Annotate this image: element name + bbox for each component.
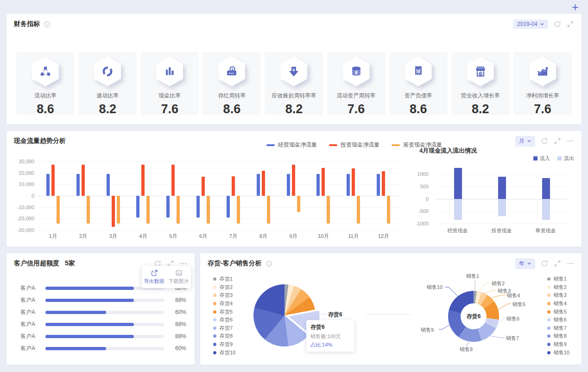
legend-item[interactable]: 销售5 [547, 308, 569, 316]
bar [202, 177, 205, 196]
metric-card[interactable]: ¥流动资产周转率7.6 [327, 52, 386, 115]
metric-card[interactable]: 净利润增长率7.6 [513, 52, 572, 115]
credit-row[interactable]: 客户A88% [6, 294, 195, 306]
legend-item[interactable]: 存货4 [213, 300, 235, 308]
bar-slot [297, 161, 300, 230]
metric-card[interactable]: ¥应收账款周转率率8.2 [265, 52, 323, 115]
legend-item[interactable]: 存货9 [213, 340, 235, 349]
legend-item[interactable]: 流出 [557, 155, 574, 162]
percent-value: 88% [169, 297, 186, 303]
metric-label: 流动比率 [16, 92, 75, 100]
legend-item[interactable]: 销售4 [547, 300, 569, 308]
refresh-icon[interactable] [554, 20, 561, 28]
bar-group[interactable] [248, 161, 278, 230]
download-image-button[interactable]: 下载图片 [166, 266, 191, 288]
legend-item[interactable]: 存货3 [213, 291, 235, 300]
bar-group[interactable] [368, 161, 398, 230]
legend-label: 存货6 [220, 316, 233, 323]
more-icon[interactable] [567, 137, 574, 145]
inout-bar-chart[interactable] [436, 174, 568, 224]
metric-label: 现金比率 [140, 92, 199, 100]
legend-item[interactable]: 存货7 [213, 324, 235, 333]
bar-fill [45, 335, 134, 338]
refresh-icon[interactable] [541, 137, 548, 145]
bar-slot [316, 161, 320, 230]
bar-slot [352, 161, 355, 230]
info-icon[interactable] [44, 21, 51, 28]
bar [117, 196, 120, 224]
metric-card[interactable]: $存红周转率8.6 [202, 52, 261, 115]
customer-label: 客户A [20, 333, 41, 340]
y-tick-label: 0 [426, 196, 429, 202]
bar-group[interactable] [158, 161, 188, 230]
metric-card[interactable]: 流动比率8.6 [16, 52, 75, 115]
bar-group[interactable] [278, 161, 309, 230]
more-icon[interactable] [567, 260, 574, 267]
sales-donut-chart[interactable]: 存货6 [448, 291, 499, 342]
credit-row[interactable]: 客户A60% [6, 306, 195, 318]
legend-item[interactable]: 存货1 [213, 275, 235, 283]
legend-item[interactable]: 存货10 [213, 348, 235, 357]
legend-label: 存货4 [220, 300, 233, 307]
bar-group[interactable] [98, 161, 128, 230]
metric-card[interactable]: 现金比率7.6 [140, 52, 199, 115]
legend-item[interactable]: 存货6 [213, 316, 235, 324]
bar-group[interactable] [68, 161, 98, 230]
bar-slot [267, 161, 270, 230]
metric-card[interactable]: $营业收入增长率8.2 [451, 52, 510, 115]
legend-item[interactable]: 销售8 [547, 332, 569, 340]
x-tick-label: 经营现金 [436, 227, 480, 234]
legend-item[interactable]: 销售3 [547, 291, 569, 300]
expand-icon[interactable] [554, 260, 561, 267]
bar-group[interactable] [480, 174, 524, 224]
year-dropdown[interactable]: 年 [515, 258, 535, 269]
image-icon [175, 269, 183, 276]
expand-icon[interactable] [554, 137, 561, 145]
legend-item[interactable]: 销售9 [547, 340, 569, 349]
legend-item[interactable]: 存货5 [213, 308, 235, 316]
legend-item[interactable]: 销售10 [547, 348, 569, 357]
bar-group[interactable] [128, 161, 158, 230]
legend-item[interactable]: 存货2 [213, 283, 235, 292]
expand-icon[interactable] [567, 20, 574, 28]
metric-card[interactable]: 资产负债率8.6 [389, 52, 448, 115]
legend-dot [547, 286, 550, 289]
y-tick-label: 30,000 [19, 159, 34, 164]
legend-item[interactable]: 流入 [533, 155, 550, 162]
add-widget-button[interactable]: + [572, 0, 579, 14]
bar-group[interactable] [308, 161, 338, 230]
legend-dot [213, 294, 216, 297]
refresh-icon[interactable] [541, 260, 548, 267]
bar-group[interactable] [218, 161, 248, 230]
credit-row[interactable]: 客户A88% [6, 330, 195, 342]
legend-swatch [557, 156, 562, 160]
legend-dot [213, 351, 216, 354]
metric-card[interactable]: 速动比率8.2 [78, 52, 137, 115]
info-icon[interactable] [266, 260, 272, 267]
store-icon: $ [467, 57, 494, 86]
credit-row[interactable]: 客户A60% [6, 342, 195, 354]
legend-item[interactable]: 存货8 [213, 332, 235, 340]
metric-label: 应收账款周转率率 [265, 92, 323, 100]
legend-item[interactable]: 销售7 [547, 324, 569, 333]
export-data-button[interactable]: 导出数据 [142, 266, 166, 288]
bar-slot [136, 161, 139, 230]
legend-item[interactable]: 销售6 [547, 316, 569, 324]
legend-item[interactable]: 销售2 [547, 283, 569, 292]
bar-group[interactable] [188, 161, 218, 230]
bar-group[interactable] [38, 161, 68, 230]
bar [237, 196, 240, 224]
bar-group[interactable] [338, 161, 368, 230]
metric-label: 净利润增长率 [513, 92, 572, 100]
bar-group[interactable] [524, 174, 568, 224]
month-dropdown[interactable]: 月 [515, 136, 535, 147]
bar-group[interactable] [436, 174, 480, 224]
legend-item[interactable]: 销售1 [547, 275, 569, 283]
bar-slot [262, 161, 265, 230]
trend-bar-chart[interactable] [38, 161, 398, 230]
legend-swatch [533, 156, 537, 160]
credit-row[interactable]: 客户A88% [6, 318, 195, 330]
legend-dot [213, 318, 216, 321]
metric-value: 8.6 [202, 102, 261, 116]
period-dropdown[interactable]: 2019-04 [513, 19, 548, 29]
